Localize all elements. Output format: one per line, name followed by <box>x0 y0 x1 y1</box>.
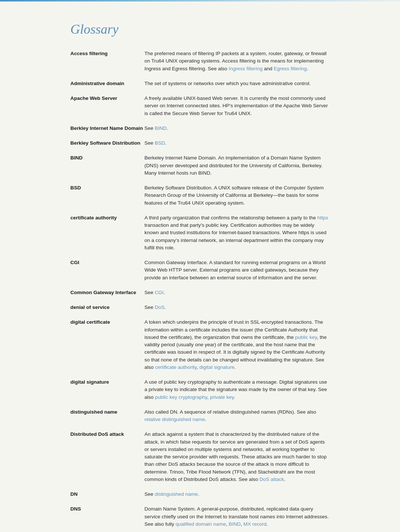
term: Distributed DoS attack <box>70 428 144 486</box>
definition: Also called DN. A sequence of relative d… <box>144 406 330 426</box>
term: Administrative domain <box>70 77 144 90</box>
glossary-row: Berkley Software DistributionSee BSD. <box>70 137 330 149</box>
definition: See DoS. <box>144 301 330 314</box>
glossary-row: digital certificateA token which underpi… <box>70 316 330 374</box>
term: Berkley Internet Name Domain <box>70 122 144 135</box>
glossary-row: DNSDomain Name System. A general-purpose… <box>70 503 330 531</box>
glossary-row: BINDBerkeley Internet Name Domain. An im… <box>70 152 330 179</box>
glossary-link[interactable]: certificate authority <box>155 364 197 370</box>
term: BSD <box>70 182 144 209</box>
glossary-link[interactable]: DoS <box>155 304 164 310</box>
spacer-row <box>70 531 330 532</box>
term: digital signature <box>70 376 144 404</box>
glossary-row: Common Gateway InterfaceSee CGI. <box>70 286 330 299</box>
glossary-link[interactable]: BIND <box>229 521 240 527</box>
glossary-row: CGICommon Gateway Interface. A standard … <box>70 256 330 284</box>
term: digital certificate <box>70 316 144 374</box>
definition: Common Gateway Interface. A standard for… <box>144 256 330 284</box>
definition: Domain Name System. A general-purpose, d… <box>144 503 330 531</box>
page: Glossary Access filteringThe preferred m… <box>56 10 344 532</box>
glossary-row: BSDBerkeley Software Distribution. A UNI… <box>70 182 330 209</box>
term: Apache Web Server <box>70 92 144 120</box>
definition: A token which underpins the principle of… <box>144 316 330 374</box>
term: Access filtering <box>70 47 144 75</box>
glossary-link[interactable]: distinguished name <box>155 491 198 497</box>
glossary-link[interactable]: BSD <box>155 140 165 146</box>
definition: A use of public key cryptography to auth… <box>144 376 330 404</box>
glossary-row: Distributed DoS attackAn attack against … <box>70 428 330 486</box>
glossary-link[interactable]: BIND <box>155 125 167 131</box>
definition: See BSD. <box>144 137 330 149</box>
glossary-row: certificate authorityA third party organ… <box>70 212 330 254</box>
definition: An attack against a system that is chara… <box>144 428 330 486</box>
glossary-row: Access filteringThe preferred means of f… <box>70 47 330 75</box>
glossary-row: Administrative domainThe set of systems … <box>70 77 330 90</box>
definition: The preferred means of filtering IP pack… <box>144 47 330 75</box>
glossary-link[interactable]: CGI <box>155 290 164 295</box>
term: CGI <box>70 256 144 284</box>
term: Berkley Software Distribution <box>70 137 144 149</box>
term: BIND <box>70 152 144 179</box>
glossary-link[interactable]: public key <box>295 334 317 340</box>
definition: Berkeley Software Distribution. A UNIX s… <box>144 182 330 209</box>
glossary-link[interactable]: qualified domain name <box>176 521 226 527</box>
page-title: Glossary <box>70 21 330 37</box>
glossary-row: distinguished nameAlso called DN. A sequ… <box>70 406 330 426</box>
glossary-table: Access filteringThe preferred means of f… <box>70 47 330 532</box>
glossary-link[interactable]: https <box>317 215 328 220</box>
definition: Berkeley Internet Name Domain. An implem… <box>144 152 330 179</box>
glossary-link[interactable]: digital signature <box>199 364 234 370</box>
glossary-row: Berkley Internet Name DomainSee BIND. <box>70 122 330 135</box>
term: Common Gateway Interface <box>70 286 144 299</box>
glossary-link[interactable]: relative distinguished name <box>144 417 205 422</box>
term: DN <box>70 488 144 501</box>
glossary-link[interactable]: MX record <box>243 521 266 527</box>
term: denial of service <box>70 301 144 314</box>
glossary-row: Apache Web ServerA freely available UNIX… <box>70 92 330 120</box>
glossary-link[interactable]: private key <box>210 394 234 400</box>
definition: A third party organization that confirms… <box>144 212 330 254</box>
glossary-link[interactable]: public key cryptography <box>155 394 207 400</box>
glossary-link[interactable]: DoS attack <box>260 477 284 482</box>
definition: A freely available UNIX-based Web server… <box>144 92 330 120</box>
definition: See distinguished name. <box>144 488 330 501</box>
definition: The set of systems or networks over whic… <box>144 77 330 90</box>
top-border <box>0 0 400 1</box>
term: distinguished name <box>70 406 144 426</box>
glossary-row: DNSee distinguished name. <box>70 488 330 501</box>
glossary-row: digital signatureA use of public key cry… <box>70 376 330 404</box>
definition: See BIND. <box>144 122 330 135</box>
term: certificate authority <box>70 212 144 254</box>
term: DNS <box>70 503 144 531</box>
glossary-link[interactable]: Ingress filtering <box>229 66 263 71</box>
glossary-row: denial of serviceSee DoS. <box>70 301 330 314</box>
definition: See CGI. <box>144 286 330 299</box>
glossary-link[interactable]: Egress filtering <box>274 66 307 71</box>
